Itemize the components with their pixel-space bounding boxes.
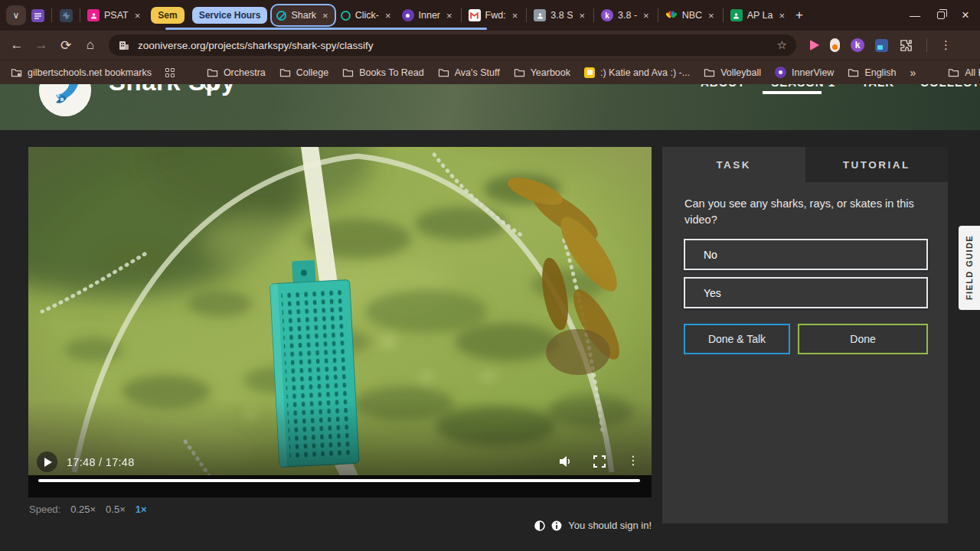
divider [926,38,927,52]
tab-shark-active[interactable]: Shark × [270,4,335,27]
bookmark-managed[interactable]: gilbertschools.net bookmarks [11,67,152,78]
project-nav: ABOUT SEASON 1 TALK COLLECT [701,84,980,90]
folder-icon [438,67,449,77]
tab-click[interactable]: Click- × [336,3,397,28]
home-button[interactable]: ⌂ [78,37,103,53]
speed-05[interactable]: 0.5× [106,504,126,515]
nav-season-1[interactable]: SEASON 1 [771,84,835,90]
field-guide-tab[interactable]: FIELD GUIDE [959,226,980,310]
video-progress-bar[interactable] [38,479,640,482]
pinned-tab-2[interactable] [54,9,77,22]
minimize-button[interactable]: — [910,9,920,21]
pinned-tab-forms[interactable] [26,9,49,22]
tab-fwd[interactable]: Fwd: × [464,3,524,28]
tab-group-sem[interactable]: Sem [151,7,184,24]
browser-menu-kebab-icon[interactable]: ⋮ [940,38,952,52]
play-icon [44,458,52,467]
bookmark-katie-and-ava-doc[interactable]: :) Katie and Ava :) -... [584,67,690,78]
address-bar[interactable]: zooniverse.org/projects/sharkspy/shark-s… [109,34,796,56]
tab-nbc[interactable]: NBC × [661,3,720,28]
close-icon[interactable]: × [707,10,716,21]
all-bookmarks[interactable]: All Bookmarks [948,67,980,78]
field-guide-label: FIELD GUIDE [965,235,974,300]
bookmark-folder-college[interactable]: College [279,67,328,78]
subject-video-player[interactable]: 17:48 / 17:48 ⋮ [28,147,652,497]
extension-pink-arrow-icon[interactable] [810,40,819,51]
bookmark-folder-avas-stuff[interactable]: Ava's Stuff [438,67,500,78]
speed-label: Speed: [29,504,60,515]
tab-contact[interactable]: 3.8 S × [529,3,591,28]
done-button[interactable]: Done [798,324,928,354]
answer-no-button[interactable]: No [684,239,928,270]
folder-icon [514,67,525,77]
site-info-icon[interactable] [118,40,130,51]
close-icon[interactable]: × [321,10,330,21]
managed-folder-icon [11,67,22,77]
close-icon[interactable]: × [778,10,787,21]
nav-collect[interactable]: COLLECT [920,84,980,90]
divider [658,8,658,22]
bookmark-innerview[interactable]: InnerView [775,67,834,78]
bookmark-star-icon[interactable]: ☆ [777,38,787,52]
tab-group-service-hours[interactable]: Service Hours [192,7,268,24]
folder-icon [207,67,218,77]
tab-inner[interactable]: Inner × [397,3,459,28]
tab-task[interactable]: TASK [662,147,805,182]
zooniverse-icon [276,11,286,21]
done-and-talk-button[interactable]: Done & Talk [684,324,790,354]
nav-about[interactable]: ABOUT [701,84,745,90]
video-menu-kebab-icon[interactable]: ⋮ [627,453,639,468]
close-window-button[interactable]: × [962,8,969,23]
bookmark-label: College [296,67,328,78]
bookmark-label: :) Katie and Ava :) -... [600,67,690,78]
bookmark-folder-volleyball[interactable]: Volleyball [704,67,761,78]
sign-in-text[interactable]: You should sign in! [568,520,652,531]
close-icon[interactable]: × [445,10,454,21]
new-tab-button[interactable]: + [791,3,808,28]
close-icon[interactable]: × [642,10,651,21]
restore-button[interactable] [937,11,945,19]
shark-spy-logo[interactable] [39,84,91,116]
close-icon[interactable]: × [384,10,393,21]
reload-button[interactable]: ⟳ [54,37,78,54]
close-icon[interactable]: × [511,10,520,21]
tab-psat[interactable]: PSAT × [83,3,146,28]
answer-yes-button[interactable]: Yes [684,277,928,308]
fullscreen-icon[interactable] [593,455,606,468]
nav-talk[interactable]: TALK [861,84,894,90]
speed-025[interactable]: 0.25× [70,504,96,515]
tab-label: Inner [419,10,441,21]
extension-blue-icon[interactable] [875,39,888,52]
contrast-toggle-icon[interactable] [534,520,545,531]
bookmark-folder-english[interactable]: English [848,67,896,78]
play-button[interactable] [37,452,57,472]
extension-orange-dot-icon[interactable] [830,38,840,52]
forward-button[interactable]: → [29,37,54,53]
bookmarks-overflow-chevron[interactable]: » [910,67,916,79]
bookmark-folder-books[interactable]: Books To Read [342,67,424,78]
extension-kahoot-icon[interactable]: k [851,38,864,52]
tab-tutorial[interactable]: TUTORIAL [805,147,949,182]
underwater-video-frame[interactable] [28,147,652,475]
folder-icon [342,67,354,77]
extensions-puzzle-icon[interactable] [899,38,913,53]
back-button[interactable]: ← [5,37,29,53]
bookmark-label: All Bookmarks [965,67,980,78]
close-icon[interactable]: × [133,10,142,21]
bookmark-folder-orchestra[interactable]: Orchestra [207,67,266,78]
tab-kahoot[interactable]: k 3.8 - × [596,3,655,28]
apps-grid-icon[interactable] [165,68,175,77]
volume-icon[interactable] [558,455,572,468]
close-icon[interactable]: × [577,10,586,21]
speed-1x-active[interactable]: 1× [136,504,147,515]
bookmark-label: InnerView [792,67,834,78]
clickup-icon [341,11,351,21]
tab-search-button[interactable]: ∨ [6,5,26,25]
extensions-area: k ⋮ [810,38,952,53]
tab-label: 3.8 S [550,10,573,21]
info-icon[interactable] [551,520,562,531]
tab-ap[interactable]: AP La × [726,3,791,28]
bookmark-folder-yearbook[interactable]: Yearbook [514,67,570,78]
tab-label: NBC [682,10,702,21]
kahoot-icon: k [601,9,613,21]
